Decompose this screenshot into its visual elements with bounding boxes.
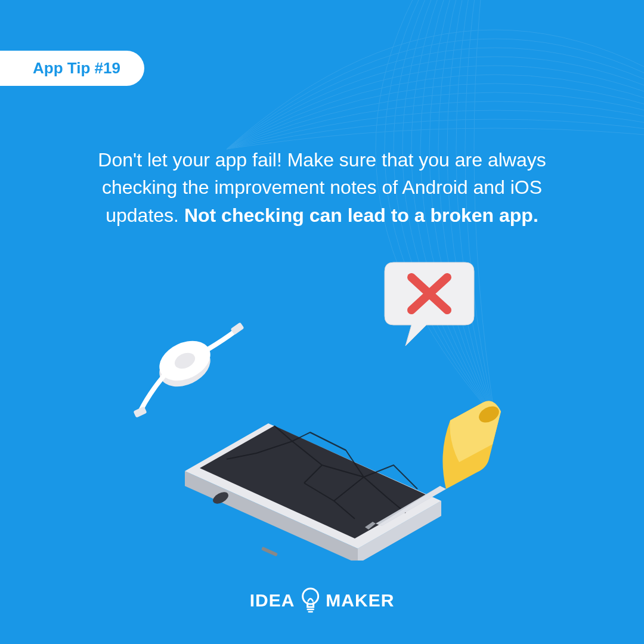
svg-rect-8 bbox=[261, 547, 278, 557]
cable-icon bbox=[133, 322, 244, 417]
tip-line-3-prefix: updates. bbox=[106, 205, 184, 226]
ideamaker-logo: IDEA MAKER bbox=[250, 587, 395, 614]
broken-phone-illustration bbox=[107, 250, 537, 561]
tip-line-1: Don't let your app fail! Make sure that … bbox=[98, 149, 546, 171]
error-speech-bubble bbox=[385, 262, 474, 346]
logo-left-text: IDEA bbox=[250, 590, 295, 611]
svg-point-10 bbox=[302, 589, 318, 604]
tip-line-2: checking the improvement notes of Androi… bbox=[102, 177, 542, 198]
broken-phone-icon bbox=[185, 423, 441, 561]
tip-badge: App Tip #19 bbox=[0, 51, 144, 86]
tip-badge-label: App Tip #19 bbox=[33, 59, 120, 77]
lightbulb-icon bbox=[299, 587, 321, 614]
logo-right-text: MAKER bbox=[326, 590, 394, 611]
tip-body: Don't let your app fail! Make sure that … bbox=[42, 146, 602, 229]
tip-line-3-bold: Not checking can lead to a broken app. bbox=[184, 205, 538, 226]
